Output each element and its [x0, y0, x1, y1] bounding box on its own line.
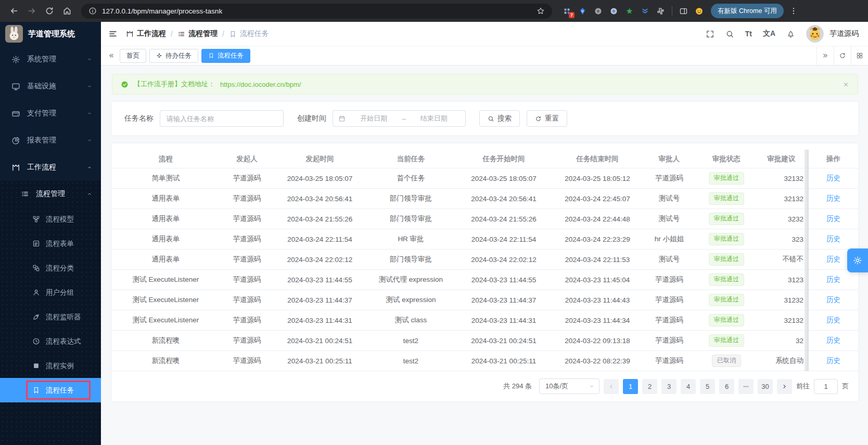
pagination-page-5[interactable]: 5 — [700, 379, 715, 394]
history-link[interactable]: 历史 — [826, 255, 840, 264]
history-link[interactable]: 历史 — [826, 336, 840, 345]
sidebar-item-1[interactable]: 基础设施 — [0, 73, 101, 100]
user-icon — [32, 289, 40, 296]
tabs-actions — [816, 46, 868, 66]
tabs-quick-nav-button[interactable] — [851, 46, 868, 66]
tabs-scroll-left-button[interactable] — [103, 46, 120, 66]
url-bar[interactable]: 127.0.0.1/bpm/manager/process-tasnk — [81, 4, 552, 19]
pie-icon — [11, 136, 20, 145]
table-scrollbar-gutter[interactable] — [805, 331, 809, 350]
table-scrollbar-gutter[interactable] — [805, 250, 809, 269]
list-icon — [177, 30, 185, 38]
search-icon[interactable] — [725, 30, 734, 38]
extension-grid[interactable]: 7 — [563, 7, 571, 16]
history-link[interactable]: 历史 — [826, 234, 840, 244]
sidebar-subitem-7[interactable]: 流程任务 — [0, 378, 101, 402]
tab-1[interactable]: 待办任务 — [149, 49, 198, 63]
history-link[interactable]: 历史 — [826, 174, 840, 183]
sidebar-subitem-label: 流程监听器 — [46, 312, 81, 322]
table-scrollbar-gutter[interactable] — [805, 310, 809, 330]
table-scrollbar-gutter[interactable] — [805, 168, 809, 188]
extension-bluedot-icon[interactable] — [609, 7, 618, 16]
tab-0[interactable]: 首页 — [120, 49, 146, 63]
sidebar-subitem-2[interactable]: 流程分类 — [0, 256, 101, 280]
sidebar-subitem-6[interactable]: 流程实例 — [0, 354, 101, 378]
translate-icon[interactable]: 文A — [763, 29, 775, 38]
table-header-cell: 审批状态 — [695, 150, 758, 168]
breadcrumb-item-1[interactable]: 流程管理 — [177, 29, 218, 38]
settings-fab-button[interactable] — [847, 248, 868, 272]
goto-page-input[interactable] — [814, 379, 838, 394]
pagination-page-4[interactable]: 4 — [681, 379, 696, 394]
pagination-page-2[interactable]: 2 — [642, 379, 657, 394]
notification-bell-icon[interactable] — [786, 30, 795, 38]
extensions-puzzle-icon[interactable] — [656, 7, 665, 16]
sidebar-item-2[interactable]: 支付管理 — [0, 100, 101, 127]
table-scrollbar-gutter[interactable] — [805, 229, 809, 249]
task-name-input[interactable] — [160, 110, 284, 127]
sidebar-subitem-3[interactable]: 用户分组 — [0, 280, 101, 305]
browser-home-button[interactable] — [59, 3, 75, 19]
side-panel-icon[interactable] — [679, 7, 688, 16]
history-link[interactable]: 历史 — [826, 214, 840, 224]
app-logo[interactable]: 芋道管理系统 — [0, 22, 101, 46]
table-scrollbar-gutter[interactable] — [805, 150, 809, 168]
sidebar-group-process-management[interactable]: 流程管理 — [0, 181, 101, 207]
pagination-next-button[interactable] — [777, 379, 792, 394]
browser-back-button[interactable] — [6, 3, 22, 19]
reset-button[interactable]: 重置 — [527, 110, 567, 127]
breadcrumb-item-0[interactable]: 工作流程 — [126, 29, 166, 38]
alert-close-button[interactable] — [843, 81, 849, 88]
calendar-icon — [338, 115, 346, 122]
history-link[interactable]: 历史 — [826, 316, 840, 325]
alert-doc-link[interactable]: https://doc.iocoder.cn/bpm/ — [220, 81, 301, 88]
history-link[interactable]: 历史 — [826, 295, 840, 305]
pagination-page-30[interactable]: 30 — [758, 379, 773, 394]
extension-gray-icon[interactable] — [594, 7, 603, 16]
date-range-picker[interactable]: 开始日期 – 结束日期 — [333, 110, 466, 127]
browser-reload-button[interactable] — [42, 3, 57, 19]
tabs-refresh-button[interactable] — [834, 46, 851, 66]
sidebar-subitem-4[interactable]: 流程监听器 — [0, 305, 101, 329]
chrome-menu-button[interactable] — [786, 3, 801, 19]
pagination-prev-button[interactable] — [604, 379, 619, 394]
sidebar-subitem-5[interactable]: 流程表达式 — [0, 329, 101, 354]
chrome-update-chip[interactable]: 有新版 Chrome 可用 — [711, 4, 784, 18]
tab-2[interactable]: 流程任务 — [201, 49, 250, 63]
fullscreen-icon[interactable] — [706, 30, 714, 38]
bookmark-star-icon[interactable] — [537, 7, 545, 15]
page-size-select[interactable]: 10条/页 — [539, 378, 599, 394]
pagination-page-3[interactable]: 3 — [661, 379, 676, 394]
history-link[interactable]: 历史 — [826, 275, 840, 284]
font-size-icon[interactable]: Tt — [745, 30, 752, 38]
collapse-sidebar-button[interactable] — [108, 29, 118, 38]
flow-icon — [11, 163, 20, 172]
site-info-icon[interactable] — [88, 7, 97, 15]
sidebar-subitem-label: 流程表达式 — [46, 337, 81, 346]
extension-chevrons-icon[interactable] — [641, 7, 649, 16]
sidebar-item-4[interactable]: 工作流程 — [0, 154, 101, 181]
profile-smiley-icon[interactable] — [695, 7, 704, 16]
tabs-scroll-right-button[interactable] — [816, 46, 834, 66]
pagination-page-6[interactable]: 6 — [719, 379, 734, 394]
sidebar-item-3[interactable]: 报表管理 — [0, 127, 101, 154]
search-button[interactable]: 搜索 — [479, 110, 520, 127]
history-link[interactable]: 历史 — [826, 356, 840, 365]
sidebar-subitem-1[interactable]: 流程表单 — [0, 231, 101, 256]
pagination-page-1[interactable]: 1 — [623, 379, 638, 394]
history-link[interactable]: 历史 — [826, 194, 840, 203]
browser-forward-button[interactable] — [24, 3, 40, 19]
table-scrollbar-gutter[interactable] — [805, 290, 809, 310]
user-avatar[interactable] — [806, 25, 824, 43]
extension-paraglider-icon[interactable] — [578, 7, 587, 16]
username-label[interactable]: 芋道源码 — [829, 29, 859, 38]
extension-green-star-icon[interactable] — [625, 7, 634, 16]
table-scrollbar-gutter[interactable] — [805, 209, 809, 229]
table-scrollbar-gutter[interactable] — [805, 189, 809, 208]
sidebar-subitem-0[interactable]: 流程模型 — [0, 207, 101, 231]
table-scrollbar-gutter[interactable] — [805, 270, 809, 290]
pagination-more-button[interactable] — [738, 379, 754, 394]
sidebar-item-0[interactable]: 系统管理 — [0, 46, 101, 73]
table-scrollbar-gutter[interactable] — [805, 351, 809, 371]
nodes-icon — [32, 215, 40, 223]
